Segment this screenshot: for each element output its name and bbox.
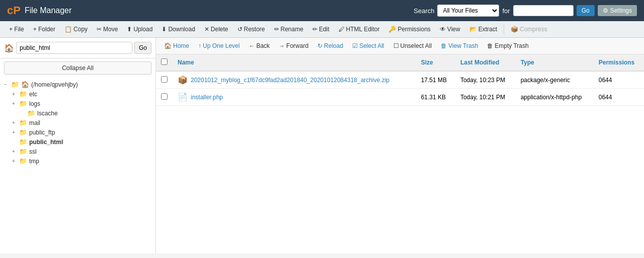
tmp-folder-icon: 📁 xyxy=(19,157,27,165)
sidebar-go-button[interactable]: Go xyxy=(134,42,151,54)
forward-button[interactable]: → Forward xyxy=(275,40,312,51)
extract-button[interactable]: 📂 Extract xyxy=(465,24,501,35)
main-layout: 🏠 Go Collapse All − 📁 🏠 (/home/qpvehjby)… xyxy=(0,38,644,253)
view-trash-button[interactable]: 🗑 View Trash xyxy=(437,40,482,51)
row-modified-1: Today, 10:21 PM xyxy=(455,89,516,106)
header: cP File Manager Search All Your Files Fi… xyxy=(0,0,644,21)
tree-label-public-html: public_html xyxy=(29,139,63,146)
html-editor-button[interactable]: 🖊 HTML Editor xyxy=(335,24,384,35)
tree-label-ssl: ssl xyxy=(29,148,37,155)
file-name-link-1[interactable]: installer.php xyxy=(191,94,223,101)
toolbar: + File + Folder 📋 Copy ✂ Move ⬆ Upload ⬇… xyxy=(0,21,644,38)
tree-label-mail: mail xyxy=(29,119,40,126)
column-permissions[interactable]: Permissions xyxy=(594,54,644,71)
tree-item-public-html[interactable]: 📁 public_html xyxy=(12,137,151,147)
settings-button[interactable]: ⚙ Settings xyxy=(598,5,637,16)
new-file-button[interactable]: + File xyxy=(5,24,28,35)
tree-label-tmp: tmp xyxy=(29,158,39,165)
tree-toggle-ssl: + xyxy=(12,149,17,154)
logs-folder-icon: 📁 xyxy=(19,100,27,107)
tree-item-ssl[interactable]: + 📁 ssl xyxy=(12,147,151,156)
tree-item-mail[interactable]: + 📁 mail xyxy=(12,118,151,127)
unselect-all-button[interactable]: ☐ Unselect All xyxy=(389,40,436,51)
etc-folder-icon: 📁 xyxy=(19,90,27,98)
toolbar-divider xyxy=(504,24,504,34)
row-type-0: package/x-generic xyxy=(516,71,594,89)
collapse-all-button[interactable]: Collapse All xyxy=(4,61,151,75)
search-label: Search xyxy=(414,7,434,15)
column-name[interactable]: Name xyxy=(173,54,416,71)
sidebar-search: 🏠 Go xyxy=(0,38,155,58)
search-go-button[interactable]: Go xyxy=(577,5,595,16)
tree-label-etc: etc xyxy=(29,91,37,98)
rename-button[interactable]: ✏ Rename xyxy=(270,24,307,35)
tree-children-logs: 📁 lscache xyxy=(12,108,151,118)
row-name-1: 📄 installer.php xyxy=(173,89,416,106)
tree-item-logs[interactable]: + 📁 logs xyxy=(12,99,151,108)
search-input[interactable] xyxy=(513,5,574,16)
permissions-button[interactable]: 🔑 Permissions xyxy=(384,24,434,35)
table-header-row: Name Size Last Modified Type Permissions xyxy=(156,54,644,71)
home-icon: 🏠 xyxy=(21,81,29,88)
move-button[interactable]: ✂ Move xyxy=(93,24,122,35)
tree-label-root: (/home/qpvehjby) xyxy=(31,81,78,88)
back-button[interactable]: ← Back xyxy=(245,40,274,51)
row-type-1: application/x-httpd-php xyxy=(516,89,594,106)
file-table: Name Size Last Modified Type Permissions… xyxy=(156,54,644,253)
download-button[interactable]: ⬇ Download xyxy=(157,24,199,35)
column-size[interactable]: Size xyxy=(416,54,455,71)
reload-button[interactable]: ↻ Reload xyxy=(313,40,347,51)
select-all-button[interactable]: ☑ Select All xyxy=(348,40,388,51)
row-permissions-1: 0644 xyxy=(594,89,644,106)
home-nav-icon: 🏠 xyxy=(4,43,14,53)
new-folder-button[interactable]: + Folder xyxy=(29,24,59,35)
empty-trash-button[interactable]: 🗑 Empty Trash xyxy=(483,40,532,51)
restore-button[interactable]: ↺ Restore xyxy=(233,24,269,35)
search-area: Search All Your Files File Names Only Fi… xyxy=(414,5,637,17)
row-size-1: 61.31 KB xyxy=(416,89,455,106)
file-tree: − 📁 🏠 (/home/qpvehjby) + 📁 etc + 📁 logs xyxy=(0,78,155,253)
row-checkbox-0[interactable] xyxy=(156,71,173,89)
select-all-checkbox-header[interactable] xyxy=(156,54,173,71)
home-button[interactable]: 🏠 Home xyxy=(160,40,193,51)
tree-toggle-etc: + xyxy=(12,91,17,97)
file-icon-1: 📄 xyxy=(178,92,188,102)
upload-button[interactable]: ⬆ Upload xyxy=(123,24,156,35)
up-one-level-button[interactable]: ↑ Up One Level xyxy=(194,40,244,51)
file-name-link-0[interactable]: 20201012_myblog_c1f67dc9fad2ad201840_202… xyxy=(191,77,389,84)
search-scope-select[interactable]: All Your Files File Names Only File Cont… xyxy=(437,5,499,17)
tree-item-root[interactable]: − 📁 🏠 (/home/qpvehjby) xyxy=(4,80,151,89)
sidebar: 🏠 Go Collapse All − 📁 🏠 (/home/qpvehjby)… xyxy=(0,38,156,253)
row-size-0: 17.51 MB xyxy=(416,71,455,89)
delete-button[interactable]: ✕ Delete xyxy=(200,24,232,35)
search-for-label: for xyxy=(502,7,510,15)
path-input[interactable] xyxy=(16,42,132,54)
column-type[interactable]: Type xyxy=(516,54,594,71)
tree-toggle-tmp: + xyxy=(12,158,17,164)
tree-toggle-root: − xyxy=(4,82,9,87)
tree-item-etc[interactable]: + 📁 etc xyxy=(12,89,151,99)
tree-item-tmp[interactable]: + 📁 tmp xyxy=(12,156,151,166)
row-checkbox-1[interactable] xyxy=(156,89,173,106)
lscache-folder-icon: 📁 xyxy=(27,109,35,117)
compress-button[interactable]: 📦 Compress xyxy=(507,24,551,35)
content-area: 🏠 Home ↑ Up One Level ← Back → Forward ↻… xyxy=(156,38,644,253)
file-icon-0: 📦 xyxy=(178,75,188,85)
tree-toggle-logs: + xyxy=(12,101,17,106)
public-ftp-folder-icon: 📁 xyxy=(19,128,27,136)
public-html-folder-icon: 📁 xyxy=(19,138,27,146)
column-modified[interactable]: Last Modified xyxy=(455,54,516,71)
tree-label-logs: logs xyxy=(29,100,40,107)
cpanel-logo: cP xyxy=(7,4,21,17)
tree-label-public-ftp: public_ftp xyxy=(29,129,55,136)
tree-toggle-public-ftp: + xyxy=(12,130,17,135)
ssl-folder-icon: 📁 xyxy=(19,148,27,155)
edit-button[interactable]: ✏ Edit xyxy=(308,24,334,35)
view-button[interactable]: 👁 View xyxy=(436,24,464,35)
tree-item-public-ftp[interactable]: + 📁 public_ftp xyxy=(12,127,151,137)
table-row: 📦 20201012_myblog_c1f67dc9fad2ad201840_2… xyxy=(156,71,644,89)
tree-item-lscache[interactable]: 📁 lscache xyxy=(20,108,151,118)
copy-button[interactable]: 📋 Copy xyxy=(60,24,92,35)
row-modified-0: Today, 10:23 PM xyxy=(455,71,516,89)
app-title: File Manager xyxy=(25,6,414,15)
